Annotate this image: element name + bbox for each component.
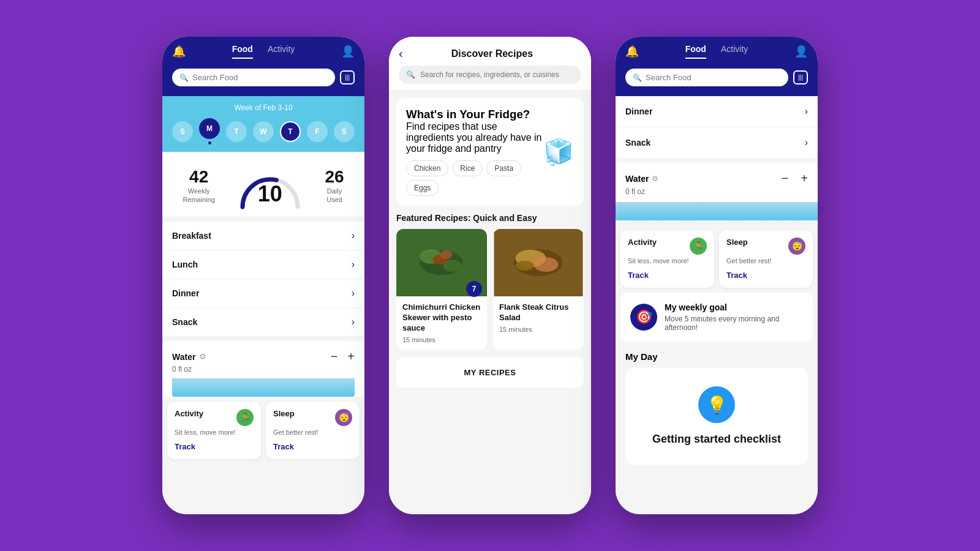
recipe-info-1: Chimichurri Chicken Skewer with pesto sa… xyxy=(396,296,487,350)
tab-food[interactable]: Food xyxy=(232,44,253,59)
activity-icon: 🏃 xyxy=(236,409,254,426)
activity-title: Activity xyxy=(175,409,203,418)
activity-icon-3: 🏃 xyxy=(690,238,707,255)
activity-track-link-3[interactable]: Track xyxy=(628,271,649,280)
chevron-right-icon: › xyxy=(352,288,355,299)
user-icon-3[interactable]: 👤 xyxy=(794,45,808,58)
search-input-3[interactable] xyxy=(646,73,781,82)
gauge-container: 10 xyxy=(236,164,304,207)
meal-breakfast-label: Breakfast xyxy=(172,231,211,241)
sleep-track-link-3[interactable]: Track xyxy=(726,271,747,280)
my-recipes-label: MY RECIPES xyxy=(464,368,516,377)
weekly-remaining-number: 42 xyxy=(183,167,215,187)
chip-pasta[interactable]: Pasta xyxy=(486,160,521,176)
tab-food-3[interactable]: Food xyxy=(685,44,706,59)
chip-chicken[interactable]: Chicken xyxy=(406,160,448,176)
gear-icon[interactable]: ⚙ xyxy=(199,352,206,361)
svg-point-10 xyxy=(516,261,534,271)
search-bar-3[interactable]: 🔍 xyxy=(625,69,788,86)
search-bar[interactable]: 🔍 xyxy=(172,69,335,86)
menu-snack-label: Snack xyxy=(625,138,650,148)
ingredient-chips: Chicken Rice Pasta Eggs xyxy=(406,160,543,196)
meal-list: Breakfast › Lunch › Dinner › Snack › xyxy=(162,222,364,336)
meal-item-snack[interactable]: Snack › xyxy=(162,308,364,336)
recipe-name-2: Flank Steak Citrus Salad xyxy=(499,302,578,323)
day-s1[interactable]: S xyxy=(172,121,193,142)
menu-item-snack[interactable]: Snack › xyxy=(616,127,818,158)
recipe-time-2: 15 minutes xyxy=(499,326,578,333)
water-minus-button[interactable]: − xyxy=(331,350,338,364)
day-f[interactable]: F xyxy=(307,121,328,142)
user-icon[interactable]: 👤 xyxy=(341,45,355,58)
recipe-card-1[interactable]: 7 Chimichurri Chicken Skewer with pesto … xyxy=(396,229,487,350)
phone3-body: Dinner › Snack › Water ⚙ − + xyxy=(616,96,818,514)
phone-2: ‹ Discover Recipes 🔍 What's in Your Frid… xyxy=(389,37,591,514)
weekly-remaining-stat: 42 WeeklyRemaining xyxy=(183,167,215,204)
day-w[interactable]: W xyxy=(253,121,274,142)
fridge-icon: 🧊 xyxy=(543,138,574,167)
my-day-section: My Day 💡 Getting started checklist xyxy=(616,347,818,465)
day-s2[interactable]: S xyxy=(334,121,355,142)
tab-activity-3[interactable]: Activity xyxy=(721,44,748,59)
day-m[interactable]: M xyxy=(199,118,220,139)
sleep-track-link[interactable]: Track xyxy=(273,442,294,451)
gear-icon-3[interactable]: ⚙ xyxy=(652,174,658,183)
fridge-card[interactable]: What's in Your Fridge? Find recipes that… xyxy=(396,98,584,206)
phone-1: 🔔 Food Activity 👤 🔍 ||| Week of Feb 3-10… xyxy=(162,37,364,514)
barcode-button-3[interactable]: ||| xyxy=(793,70,808,84)
water-label-3: Water xyxy=(625,174,649,184)
fridge-title: What's in Your Fridge? xyxy=(406,108,543,121)
search-input[interactable] xyxy=(192,73,328,82)
menu-list: Dinner › Snack › xyxy=(616,96,818,158)
chevron-right-icon-3: › xyxy=(805,106,808,117)
sleep-title: Sleep xyxy=(273,409,295,418)
activity-card-3: Activity 🏃 Sit less, move more! Track xyxy=(620,230,714,288)
recipe-card-2[interactable]: Flank Steak Citrus Salad 15 minutes xyxy=(493,229,584,350)
water-plus-button[interactable]: + xyxy=(347,350,355,364)
water-controls: − + xyxy=(331,350,355,364)
tab-activity[interactable]: Activity xyxy=(268,44,295,59)
activity-sleep-row-3: Activity 🏃 Sit less, move more! Track Sl… xyxy=(616,225,818,293)
featured-title: Featured Recipes: Quick and Easy xyxy=(396,213,584,223)
activity-track-link[interactable]: Track xyxy=(175,442,195,451)
getting-started-title: Getting started checklist xyxy=(635,433,798,446)
daily-used-number: 26 xyxy=(325,167,344,187)
meal-item-lunch[interactable]: Lunch › xyxy=(162,250,364,279)
nav-tabs: Food Activity xyxy=(186,44,341,59)
day-t1[interactable]: T xyxy=(226,121,247,142)
sleep-card: Sleep 😴 Get better rest! Track xyxy=(266,402,360,459)
menu-dinner-label: Dinner xyxy=(625,107,652,116)
barcode-button[interactable]: ||| xyxy=(340,70,355,84)
fridge-description: Find recipes that use ingredients you al… xyxy=(406,121,543,154)
chevron-right-icon: › xyxy=(352,259,355,270)
water-plus-button-3[interactable]: + xyxy=(801,171,808,186)
chip-rice[interactable]: Rice xyxy=(452,160,483,176)
chevron-right-icon: › xyxy=(352,230,355,241)
meal-item-breakfast[interactable]: Breakfast › xyxy=(162,222,364,250)
my-recipes-bar[interactable]: MY RECIPES xyxy=(396,357,584,388)
meal-item-dinner[interactable]: Dinner › xyxy=(162,279,364,308)
getting-started-card[interactable]: 💡 Getting started checklist xyxy=(625,368,808,465)
recipe-search-input[interactable] xyxy=(420,70,574,79)
bell-icon-3[interactable]: 🔔 xyxy=(625,45,639,58)
weekly-goal-card: 🎯 My weekly goal Move 5 minutes every mo… xyxy=(620,293,813,342)
week-label: Week of Feb 3-10 xyxy=(172,103,355,112)
water-amount-3: 0 fl oz xyxy=(625,187,808,196)
phone-3: 🔔 Food Activity 👤 🔍 ||| Dinner › Snack xyxy=(616,37,818,514)
svg-point-5 xyxy=(440,250,453,259)
bell-icon[interactable]: 🔔 xyxy=(172,45,186,58)
water-section: Water ⚙ − + 0 fl oz xyxy=(162,341,364,397)
meal-lunch-label: Lunch xyxy=(172,260,198,269)
activity-card: Activity 🏃 Sit less, move more! Track xyxy=(167,402,261,459)
water-minus-button-3[interactable]: − xyxy=(782,171,789,186)
search-icon-3: 🔍 xyxy=(633,73,642,82)
recipe-name-1: Chimichurri Chicken Skewer with pesto sa… xyxy=(402,302,481,334)
sleep-subtitle-3: Get better rest! xyxy=(726,257,805,264)
menu-item-dinner[interactable]: Dinner › xyxy=(616,96,818,127)
back-button[interactable]: ‹ xyxy=(399,47,403,61)
chip-eggs[interactable]: Eggs xyxy=(406,180,439,196)
water-label: Water xyxy=(172,352,195,362)
phone2-search-bar[interactable]: 🔍 xyxy=(399,66,581,84)
day-t2[interactable]: T xyxy=(280,121,301,142)
gauge-section: 42 WeeklyRemaining 10 26 DailyUsed xyxy=(162,152,364,217)
